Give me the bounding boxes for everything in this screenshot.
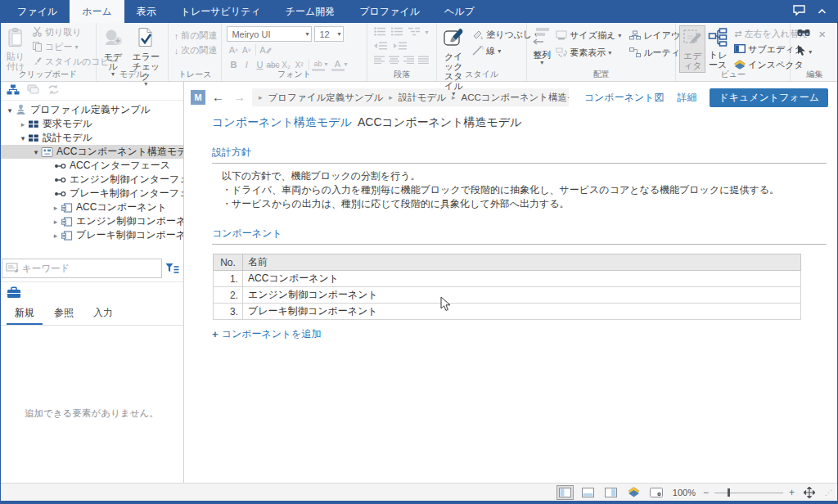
clear-format-button[interactable]: A <box>259 43 272 56</box>
keyword-mode-icon[interactable] <box>6 262 19 276</box>
keyword-search-input[interactable] <box>22 263 158 273</box>
highlight-caret[interactable]: ▾ <box>325 61 328 68</box>
tab-view[interactable]: 表示 <box>124 0 169 23</box>
tree-item-design-model[interactable]: ▾ 設計モデル <box>0 131 183 145</box>
tree-item-brake-interface[interactable]: ブレーキ制御インターフェース <box>0 187 183 200</box>
trace-view-button[interactable]: トレース <box>705 25 730 71</box>
align-right-button[interactable] <box>403 55 414 66</box>
select-cursor-icon[interactable] <box>797 45 806 59</box>
multilevel-list-button[interactable] <box>408 27 421 38</box>
component-name-cell[interactable]: ACCコンポーネント <box>243 271 801 287</box>
expand-toggle[interactable]: ▾ <box>18 134 28 142</box>
policy-text[interactable]: 以下の方針で、機能ブロックの分割を行う。 ・ドライバ、車両からの入力を種別毎に機… <box>212 164 827 211</box>
resize-grip[interactable]: ⋰ <box>825 488 833 497</box>
tab-profile[interactable]: プロファイル <box>347 0 432 23</box>
tab-traceability[interactable]: トレーサビリティ <box>169 0 273 23</box>
fit-view-icon[interactable] <box>800 485 818 500</box>
inspector-toggle-icon[interactable] <box>625 485 642 500</box>
expand-toggle[interactable]: ▸ <box>51 232 61 240</box>
tab-help[interactable]: ヘルプ <box>432 0 487 23</box>
tab-team[interactable]: チーム開発 <box>273 0 348 23</box>
table-row[interactable]: 1. ACCコンポーネント <box>214 271 801 287</box>
view-tab-detail[interactable]: 詳細 <box>677 91 696 105</box>
horizontal-split-button[interactable] <box>579 485 597 500</box>
view-tab-document-form[interactable]: ドキュメントフォーム <box>710 88 828 107</box>
model-name-label: ACCコンポーネント構造モデル <box>358 115 522 128</box>
font-color-caret[interactable]: ▾ <box>345 61 348 68</box>
breadcrumb-item[interactable]: ACCコンポーネント構造モデル <box>462 92 569 104</box>
tree-item-engine-component[interactable]: ▸ エンジン制御コンポーネント <box>0 214 183 228</box>
single-pane-button[interactable] <box>556 485 574 500</box>
layers-icon[interactable] <box>27 84 40 97</box>
breadcrumb-item[interactable]: 設計モデル <box>399 92 446 104</box>
expand-toggle[interactable]: ▸ <box>51 218 61 226</box>
tree-item-label: ブレーキ制御コンポーネント <box>76 228 183 242</box>
add-tab-reference[interactable]: 参照 <box>46 304 82 325</box>
tree-item-profile-sample[interactable]: ▾ プロファイル定義サンプル <box>0 103 183 117</box>
outdent-button[interactable] <box>374 41 387 52</box>
tree-item-acc-component[interactable]: ▸ ACCコンポーネント <box>0 200 183 214</box>
bullet-list-button[interactable] <box>374 27 386 38</box>
table-row[interactable]: 3. ブレーキ制御コンポーネント <box>214 304 801 320</box>
tree-item-brake-component[interactable]: ▸ ブレーキ制御コンポーネント <box>0 228 183 242</box>
collapse-ribbon-icon[interactable] <box>818 6 827 17</box>
zoom-in-button[interactable]: + <box>789 487 795 498</box>
font-size-select[interactable]: 12▾ <box>314 26 344 42</box>
toolbox-icon[interactable] <box>7 290 21 301</box>
add-tab-input[interactable]: 入力 <box>85 304 121 325</box>
view-tab-component-diagram[interactable]: コンポーネント図 <box>584 91 665 105</box>
component-name-cell[interactable]: ブレーキ制御コンポーネント <box>243 304 801 320</box>
component-name-cell[interactable]: エンジン制御コンポーネント <box>243 287 801 304</box>
sync-icon[interactable] <box>47 84 60 97</box>
next-relation-button[interactable]: ↓ 次の関連 <box>172 43 220 57</box>
grow-font-button[interactable]: A˄ <box>227 43 240 56</box>
align-left-button[interactable] <box>374 55 385 66</box>
tree-item-label: ACCコンポーネント構造モデル <box>56 145 183 159</box>
tree-item-engine-interface[interactable]: エンジン制御インターフェース <box>0 173 183 187</box>
tree-item-acc-interface[interactable]: ACCインターフェース <box>0 159 183 173</box>
indent-button[interactable] <box>394 41 407 52</box>
add-component-link[interactable]: + コンポーネントを追加 <box>212 327 322 341</box>
element-display-button[interactable]: 要素表示▾ <box>553 46 624 60</box>
group-label-arrange: 配置 <box>527 69 675 80</box>
quick-style-button[interactable]: クイック スタイル ▾ <box>440 25 466 99</box>
expand-toggle[interactable]: ▸ <box>51 204 61 212</box>
zoom-slider-thumb[interactable] <box>728 488 730 497</box>
feedback-icon[interactable] <box>793 5 806 18</box>
align-center-button[interactable] <box>389 55 399 66</box>
expand-toggle[interactable]: ▾ <box>31 148 41 156</box>
zoom-slider[interactable] <box>714 487 783 498</box>
vertical-split-button[interactable] <box>602 485 619 500</box>
forward-button[interactable]: → <box>231 89 248 106</box>
size-align-button[interactable]: サイズ揃え▾ <box>553 29 624 43</box>
prev-relation-button[interactable]: ↑ 前の関連 <box>172 29 220 43</box>
tab-home[interactable]: ホーム <box>70 0 124 23</box>
size-align-icon <box>556 30 567 42</box>
tab-file[interactable]: ファイル <box>5 0 70 23</box>
find-icon[interactable] <box>797 28 810 40</box>
justify-button[interactable] <box>418 55 429 66</box>
tree-item-acc-structure-model[interactable]: ▾ ACCコンポーネント構造モデル <box>0 145 183 159</box>
expand-toggle[interactable]: ▾ <box>5 106 15 115</box>
shrink-font-button[interactable]: A˅ <box>240 43 253 56</box>
add-tab-new[interactable]: 新規 <box>7 304 43 325</box>
expand-toggle[interactable]: ▸ <box>18 120 28 128</box>
editor-view-button[interactable]: エディタ <box>679 25 705 73</box>
zoom-out-button[interactable]: − <box>703 487 709 498</box>
back-button[interactable]: ← <box>210 89 227 106</box>
avatar[interactable]: M <box>191 90 205 105</box>
slide-view-icon[interactable] <box>648 485 665 500</box>
numbered-list-button[interactable] <box>391 27 403 38</box>
filter-button[interactable] <box>162 263 182 275</box>
breadcrumb-item[interactable]: プロファイル定義サンプル <box>268 92 384 104</box>
tree-item-requirement-model[interactable]: ▸ 要求モデル <box>0 117 183 131</box>
close-edit-icon[interactable]: × <box>818 29 826 39</box>
select-caret[interactable]: ▾ <box>809 49 812 56</box>
model-tree-icon[interactable] <box>7 84 20 97</box>
align-elements-button[interactable]: 整列 ▾ <box>530 25 553 68</box>
font-family-select[interactable]: Meiryo UI▾ <box>227 26 312 42</box>
table-row[interactable]: 2. エンジン制御コンポーネント <box>214 287 801 304</box>
list-caret[interactable]: ▾ <box>426 29 429 36</box>
paste-button[interactable]: 貼り付け <box>3 25 28 73</box>
align-elements-icon <box>533 27 551 48</box>
